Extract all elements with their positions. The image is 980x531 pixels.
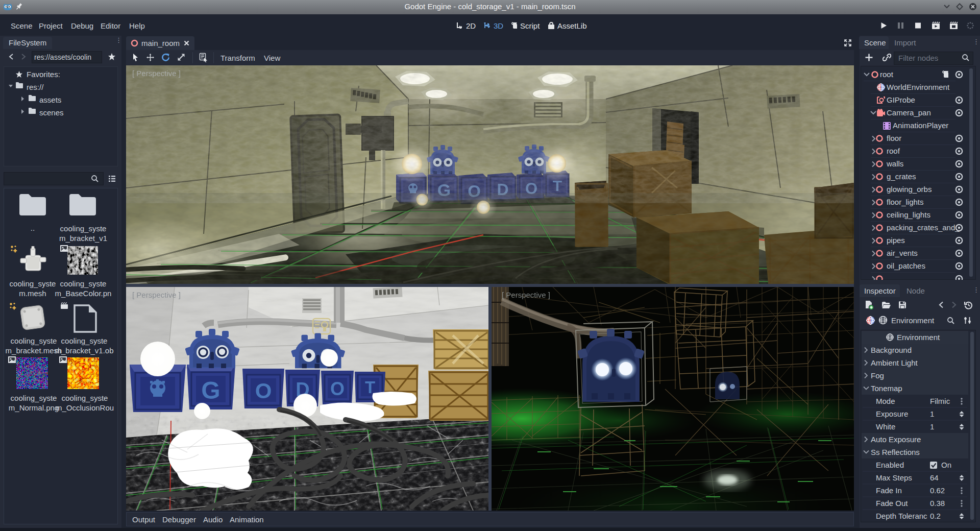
svg-text:packing_crates_and_: packing_crates_and_ (887, 223, 960, 232)
svg-text:1: 1 (930, 409, 934, 418)
svg-text:[ Perspective ]: [ Perspective ] (502, 291, 550, 299)
svg-text:Fade Out: Fade Out (876, 499, 908, 508)
svg-text:walls: walls (886, 159, 903, 168)
svg-text:Ss Reflections: Ss Reflections (871, 448, 920, 456)
svg-text:floor: floor (887, 134, 901, 142)
svg-text:pipes: pipes (887, 236, 905, 245)
svg-text:air_vents: air_vents (887, 249, 918, 257)
svg-text:WorldEnvironment: WorldEnvironment (887, 83, 950, 91)
svg-text:AnimationPlayer: AnimationPlayer (893, 121, 948, 130)
svg-text:Tonemap: Tonemap (871, 384, 902, 393)
svg-text:Auto Exposure: Auto Exposure (871, 435, 921, 444)
svg-text:Camera_pan: Camera_pan (887, 108, 931, 117)
svg-text:oil_patches: oil_patches (887, 261, 925, 270)
svg-text:Enabled: Enabled (876, 461, 904, 469)
svg-text:roof: roof (887, 147, 900, 155)
svg-text:Mode: Mode (876, 397, 895, 405)
svg-text:Background: Background (871, 346, 912, 354)
svg-text:Fog: Fog (871, 371, 884, 380)
svg-text:[ Perspective ]: [ Perspective ] (132, 291, 181, 299)
svg-text:0.38: 0.38 (930, 499, 945, 508)
svg-text:Fade In: Fade In (876, 486, 902, 495)
svg-text:root: root (880, 70, 894, 79)
svg-text:0.62: 0.62 (930, 486, 945, 495)
svg-text:0.2: 0.2 (930, 512, 941, 520)
svg-text:O: O (330, 378, 345, 399)
svg-text:White: White (876, 422, 895, 431)
svg-text:1: 1 (930, 422, 934, 431)
svg-text:Max Steps: Max Steps (876, 473, 912, 482)
svg-text:Filmic: Filmic (930, 397, 950, 405)
svg-text:glowing_orbs: glowing_orbs (887, 185, 932, 194)
svg-text:On: On (941, 461, 951, 469)
svg-text:g_crates: g_crates (887, 172, 916, 181)
svg-text:O: O (255, 379, 272, 403)
svg-text:GIProbe: GIProbe (887, 95, 915, 104)
svg-text:Ambient Light: Ambient Light (871, 358, 918, 367)
svg-text:64: 64 (930, 473, 939, 482)
svg-text:Exposure: Exposure (876, 409, 908, 418)
svg-text:floor_lights: floor_lights (887, 198, 924, 206)
svg-text:Depth Toleranc: Depth Toleranc (876, 512, 927, 520)
svg-text:G: G (201, 377, 220, 404)
svg-text:[ Perspective ]: [ Perspective ] (132, 69, 181, 78)
svg-text:Environment: Environment (897, 333, 940, 342)
svg-text:ceiling_lights: ceiling_lights (887, 210, 930, 219)
